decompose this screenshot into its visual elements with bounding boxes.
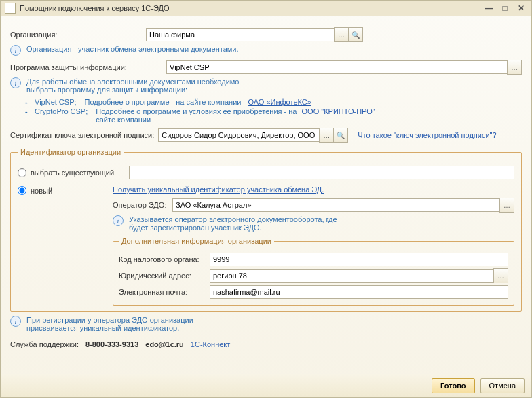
crypto-note: Для работы обмена электронными документа… — [26, 77, 239, 94]
addr-input[interactable] — [210, 269, 494, 283]
crypto-opt2-text-a: Подробнее о программе и условиях ее прио… — [96, 107, 297, 115]
crypto-input[interactable] — [166, 60, 508, 74]
radio-new-label: новый — [31, 187, 52, 195]
title-bar: Помощник подключения к сервису 1С-ЭДО — … — [1, 1, 531, 16]
addr-select-button[interactable]: … — [493, 268, 508, 283]
existing-id-input[interactable] — [129, 166, 514, 179]
tax-input[interactable] — [210, 253, 508, 266]
org-id-fieldset: Идентификатор организации выбрать сущест… — [10, 148, 522, 312]
support-link[interactable]: 1С-Коннект — [191, 340, 231, 348]
cert-search-icon[interactable]: 🔍 — [333, 128, 348, 143]
reg-note: При регистрации у оператора ЭДО организа… — [26, 316, 193, 332]
org-search-icon[interactable]: 🔍 — [348, 27, 363, 42]
cert-input[interactable] — [158, 128, 320, 142]
addr-label: Юридический адрес: — [119, 272, 210, 280]
dash-icon: - — [25, 98, 31, 106]
crypto-opt2-text-b: сайте компании — [96, 115, 375, 124]
org-id-legend: Идентификатор организации — [18, 148, 124, 156]
extra-info-fieldset: Дополнительная информация организации Ко… — [113, 237, 514, 306]
crypto-opt2-name: CryptoPro CSP; — [35, 107, 88, 115]
org-note: Организация - участник обмена электронны… — [26, 45, 239, 56]
vipnet-link[interactable]: ОАО «ИнфотеКС» — [248, 98, 311, 106]
dash-icon: - — [25, 107, 31, 115]
app-icon — [5, 3, 16, 14]
cert-label: Сертификат ключа электронной подписи: — [10, 131, 154, 139]
get-id-link[interactable]: Получить уникальный идентификатор участн… — [113, 185, 324, 194]
maximize-icon[interactable]: □ — [499, 3, 511, 13]
content-area: Организация: … 🔍 i Организация - участни… — [1, 16, 531, 374]
crypto-opt1-name: VipNet CSP; — [35, 98, 77, 106]
support-email: edo@1c.ru — [145, 340, 184, 348]
info-icon: i — [10, 316, 21, 327]
radio-existing-label: выбрать существующий — [31, 168, 114, 177]
footer-bar: Готово Отмена — [1, 374, 531, 397]
info-icon: i — [10, 45, 21, 56]
support-label: Служба поддержки: — [10, 340, 79, 348]
email-label: Электронная почта: — [119, 288, 210, 296]
radio-existing[interactable] — [18, 168, 26, 177]
operator-note-a: Указывается оператор электронного докуме… — [129, 215, 337, 223]
window: Помощник подключения к сервису 1С-ЭДО — … — [0, 0, 532, 398]
crypto-label: Программа защиты информации: — [10, 63, 166, 71]
org-select-button[interactable]: … — [334, 27, 349, 42]
info-icon: i — [10, 77, 21, 88]
minimize-icon[interactable]: — — [482, 3, 495, 13]
window-title: Помощник подключения к сервису 1С-ЭДО — [20, 4, 478, 12]
operator-note-b: будет зарегистрирован участник ЭДО. — [129, 223, 337, 232]
crypto-note-line2: выбрать программу для защиты информации: — [26, 86, 239, 94]
done-button[interactable]: Готово — [432, 378, 474, 393]
operator-select-button[interactable]: … — [499, 198, 514, 213]
radio-new[interactable] — [18, 186, 26, 195]
tax-label: Код налогового органа: — [119, 255, 210, 264]
operator-input[interactable] — [172, 198, 500, 212]
crypto-select-button[interactable]: … — [507, 60, 522, 75]
crypto-note-line1: Для работы обмена электронными документа… — [26, 77, 239, 86]
email-input[interactable] — [210, 285, 508, 299]
cancel-button[interactable]: Отмена — [480, 378, 525, 393]
close-icon[interactable]: ✕ — [515, 3, 527, 13]
cert-select-button[interactable]: … — [319, 128, 334, 143]
operator-note: Указывается оператор электронного докуме… — [129, 215, 337, 232]
cryptopro-link[interactable]: ООО "КРИПТО-ПРО" — [302, 107, 375, 115]
info-icon: i — [113, 215, 124, 226]
org-label: Организация: — [10, 31, 146, 39]
org-input[interactable] — [146, 28, 335, 41]
reg-note-b: присваивается уникальный идентификатор. — [26, 324, 193, 332]
reg-note-a: При регистрации у оператора ЭДО организа… — [26, 316, 193, 324]
extra-info-legend: Дополнительная информация организации — [119, 237, 274, 245]
operator-label: Оператор ЭДО: — [113, 201, 172, 209]
support-phone: 8-800-333-9313 — [86, 340, 138, 348]
crypto-opt1-text: Подробнее о программе - на сайте компани… — [85, 98, 242, 106]
cert-help-link[interactable]: Что такое "ключ электронной подписи"? — [358, 131, 496, 139]
